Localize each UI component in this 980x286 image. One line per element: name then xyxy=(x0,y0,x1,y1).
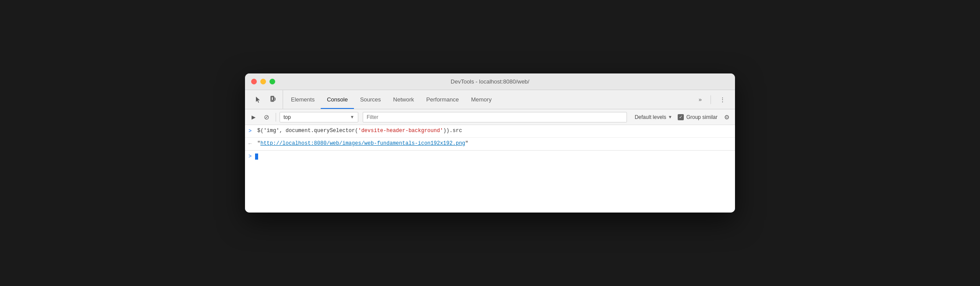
titlebar: DevTools - localhost:8080/web/ xyxy=(245,73,735,90)
log-levels-button[interactable]: Default levels ▼ xyxy=(631,112,676,122)
tab-bar: Elements Console Sources Network Perform… xyxy=(245,90,735,109)
tab-memory[interactable]: Memory xyxy=(465,90,498,109)
window-title: DevTools - localhost:8080/web/ xyxy=(451,78,529,85)
input-arrow: > xyxy=(248,127,257,136)
cursor-blink xyxy=(255,153,258,160)
window-controls xyxy=(251,79,275,84)
context-value: top xyxy=(284,114,347,120)
checkbox-check-icon: ✓ xyxy=(678,114,684,120)
context-dropdown-arrow: ▼ xyxy=(350,115,354,119)
output-arrow: ← xyxy=(248,140,257,148)
clear-console-button[interactable]: ⊘ xyxy=(261,112,272,123)
cursor-icon[interactable] xyxy=(252,94,264,106)
levels-dropdown-arrow: ▼ xyxy=(668,115,672,119)
console-output-text: "http://localhost:8080/web/images/web-fu… xyxy=(257,140,732,148)
console-input-line: > $('img', document.querySelector('devsi… xyxy=(245,125,735,138)
tab-elements[interactable]: Elements xyxy=(285,90,321,109)
tab-divider xyxy=(710,95,711,104)
minimize-button[interactable] xyxy=(260,79,266,84)
svg-rect-3 xyxy=(274,98,275,100)
sidebar-toggle-button[interactable]: ▶ xyxy=(248,112,259,123)
console-settings-button[interactable]: ⚙ xyxy=(721,112,732,123)
more-tabs-button[interactable]: » xyxy=(693,96,708,103)
close-button[interactable] xyxy=(251,79,257,84)
svg-rect-1 xyxy=(272,97,273,100)
gear-icon: ⚙ xyxy=(724,114,730,121)
maximize-button[interactable] xyxy=(270,79,275,84)
context-selector[interactable]: top ▼ xyxy=(280,112,358,122)
prompt-arrow: > xyxy=(248,153,252,160)
tab-console[interactable]: Console xyxy=(321,90,354,109)
console-toolbar: ▶ ⊘ top ▼ Default levels ▼ ✓ Group simil… xyxy=(245,109,735,125)
mobile-icon[interactable] xyxy=(267,94,279,106)
console-input-text: $('img', document.querySelector('devsite… xyxy=(257,127,732,135)
console-output: > $('img', document.querySelector('devsi… xyxy=(245,125,735,213)
group-similar-checkbox[interactable]: ✓ Group similar xyxy=(678,114,718,120)
devtools-menu-button[interactable]: ⋮ xyxy=(714,96,732,103)
console-filter-input[interactable] xyxy=(363,112,627,122)
tab-sources[interactable]: Sources xyxy=(354,90,387,109)
toolbar-icons xyxy=(248,90,283,109)
console-prompt-line: > xyxy=(245,150,735,162)
tab-network[interactable]: Network xyxy=(387,90,420,109)
svg-point-2 xyxy=(272,101,273,101)
devtools-window: DevTools - localhost:8080/web/ Elements xyxy=(245,73,735,213)
tab-overflow-area: » ⋮ xyxy=(693,90,732,109)
tab-performance[interactable]: Performance xyxy=(420,90,465,109)
toolbar-divider xyxy=(276,113,276,122)
console-output-line: ← "http://localhost:8080/web/images/web-… xyxy=(245,138,735,150)
